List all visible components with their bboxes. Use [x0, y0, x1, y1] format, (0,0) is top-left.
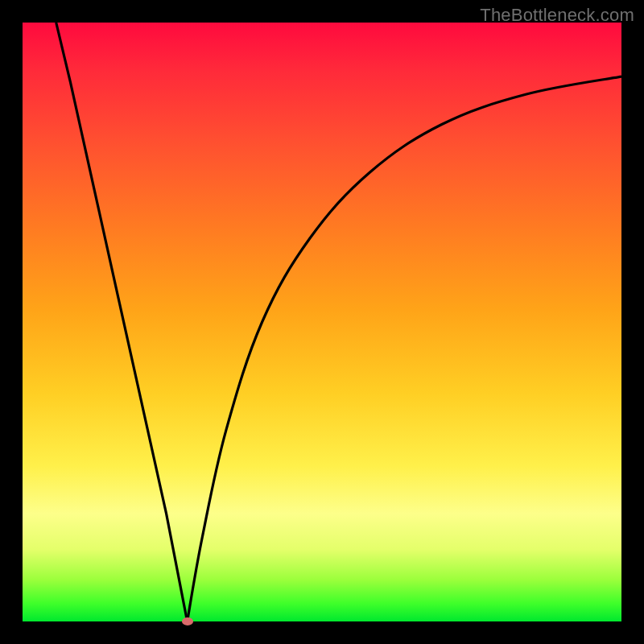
bottleneck-curve	[23, 23, 621, 621]
curve-left-descent	[56, 23, 188, 621]
watermark-text: TheBottleneck.com	[480, 5, 634, 26]
curve-right-ascent	[188, 76, 621, 621]
plot-area	[23, 23, 621, 621]
chart-frame: TheBottleneck.com	[0, 0, 644, 644]
minimum-marker	[182, 617, 193, 625]
